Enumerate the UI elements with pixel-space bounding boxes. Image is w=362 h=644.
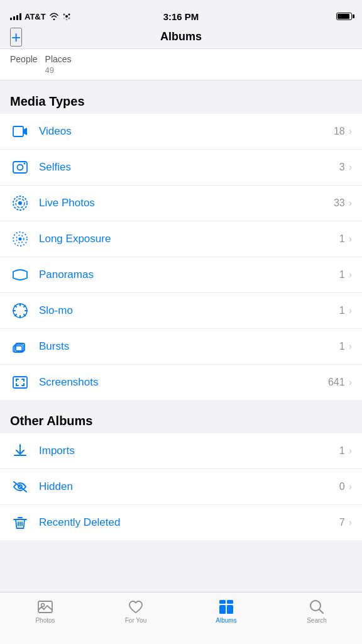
videos-label: Videos (39, 125, 334, 138)
svg-point-3 (65, 19, 67, 21)
for-you-tab-label: For You (125, 617, 146, 624)
people-item[interactable]: People (10, 54, 38, 75)
panoramas-count: 1 (339, 269, 345, 280)
list-item[interactable]: Recently Deleted 7 › (0, 505, 362, 540)
screenshots-label: Screenshots (39, 376, 328, 389)
list-item[interactable]: Imports 1 › (0, 433, 362, 469)
list-item[interactable]: Screenshots 641 › (0, 365, 362, 400)
list-item[interactable]: Live Photos 33 › (0, 186, 362, 221)
search-tab-icon (309, 599, 325, 615)
add-album-button[interactable]: + (10, 28, 22, 47)
content-scroll: People Places 49 Media Types Videos 18 › (0, 49, 362, 586)
svg-rect-35 (219, 605, 226, 614)
svg-point-0 (65, 15, 68, 18)
top-section: People Places 49 (0, 49, 362, 80)
bursts-label: Bursts (39, 340, 339, 353)
slo-mo-count: 1 (339, 305, 345, 316)
media-types-heading: Media Types (0, 94, 362, 114)
chevron-icon: › (349, 341, 352, 352)
svg-rect-36 (227, 605, 233, 614)
slo-mo-label: Slo-mo (39, 304, 339, 317)
people-label: People (10, 54, 38, 64)
chevron-icon: › (349, 377, 352, 388)
signal-icon (10, 13, 21, 20)
wifi-icon (49, 13, 59, 20)
videos-icon (10, 121, 30, 142)
svg-point-34 (41, 604, 45, 607)
other-albums-section: Other Albums Imports 1 › (0, 414, 362, 540)
location-icon (62, 12, 71, 21)
other-albums-heading: Other Albums (0, 414, 362, 433)
for-you-tab-icon (128, 599, 144, 615)
tab-photos[interactable]: Photos (0, 599, 90, 624)
svg-point-12 (18, 201, 22, 205)
list-item[interactable]: Hidden 0 › (0, 469, 362, 505)
chevron-icon: › (349, 126, 352, 137)
bursts-count: 1 (339, 341, 345, 352)
albums-tab-label: Albums (216, 617, 236, 624)
chevron-icon: › (349, 233, 352, 245)
imports-label: Imports (39, 445, 339, 457)
live-photos-icon (10, 193, 30, 213)
svg-line-22 (24, 314, 25, 316)
nav-header: + Albums (0, 28, 362, 49)
places-label: Places (45, 54, 72, 64)
long-exposure-count: 1 (339, 233, 345, 245)
photos-tab-icon (37, 599, 53, 615)
selfies-count: 3 (339, 162, 345, 173)
tab-search[interactable]: Search (272, 599, 362, 624)
recently-deleted-label: Recently Deleted (39, 516, 339, 529)
chevron-icon: › (349, 269, 352, 280)
places-count: 49 (45, 65, 72, 75)
places-item[interactable]: Places 49 (45, 54, 72, 75)
carrier-label: AT&T (25, 12, 46, 21)
list-item[interactable]: Slo-mo 1 › (0, 293, 362, 329)
other-albums-list: Imports 1 › Hidden 0 › (0, 433, 362, 540)
svg-rect-6 (13, 126, 23, 136)
chevron-icon: › (349, 517, 352, 528)
svg-rect-28 (13, 377, 27, 388)
hidden-count: 0 (339, 481, 345, 492)
chevron-icon: › (349, 197, 352, 209)
status-bar: AT&T 3:16 PM (0, 0, 362, 28)
tab-albums[interactable]: Albums (181, 599, 272, 624)
photos-tab-label: Photos (35, 617, 55, 624)
bursts-icon (10, 336, 30, 357)
long-exposure-icon (10, 229, 30, 249)
svg-line-23 (24, 306, 25, 307)
list-item[interactable]: Panoramas 1 › (0, 257, 362, 293)
svg-line-21 (15, 306, 16, 307)
panoramas-icon (10, 265, 30, 285)
long-exposure-label: Long Exposure (39, 233, 339, 245)
page-title: Albums (160, 30, 202, 43)
selfies-label: Selfies (39, 161, 339, 174)
recently-deleted-count: 7 (339, 517, 345, 528)
svg-point-9 (24, 163, 26, 165)
recently-deleted-icon (10, 513, 30, 533)
imports-icon (10, 441, 30, 461)
status-left: AT&T (10, 12, 71, 21)
svg-point-1 (68, 14, 70, 16)
list-item[interactable]: Long Exposure 1 › (0, 221, 362, 257)
svg-rect-38 (227, 600, 233, 604)
list-item[interactable]: Selfies 3 › (0, 150, 362, 186)
screenshots-icon (10, 372, 30, 392)
battery-icon (336, 13, 352, 20)
svg-rect-33 (38, 601, 52, 613)
media-types-section: Media Types Videos 18 › (0, 94, 362, 400)
panoramas-label: Panoramas (39, 269, 339, 281)
list-item[interactable]: Videos 18 › (0, 114, 362, 150)
albums-tab-icon (218, 599, 234, 615)
chevron-icon: › (349, 445, 352, 457)
svg-point-4 (63, 18, 65, 19)
svg-line-40 (319, 609, 323, 613)
imports-count: 1 (339, 445, 345, 457)
screenshots-count: 641 (328, 377, 345, 388)
svg-point-2 (68, 18, 70, 19)
tab-for-you[interactable]: For You (90, 599, 181, 624)
selfies-icon (10, 157, 30, 177)
list-item[interactable]: Bursts 1 › (0, 329, 362, 365)
svg-point-5 (63, 14, 65, 16)
media-types-list: Videos 18 › Selfies 3 › (0, 114, 362, 400)
svg-point-15 (19, 238, 22, 241)
